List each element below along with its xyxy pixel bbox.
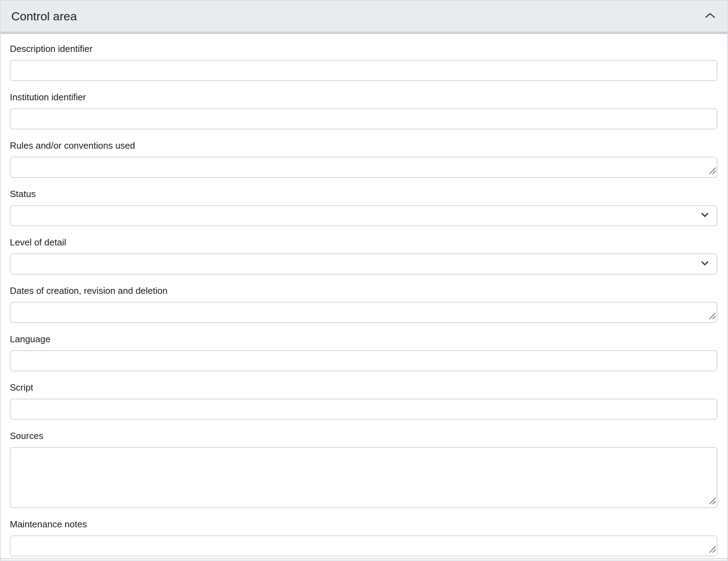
field-label-rules-conventions: Rules and/or conventions used — [10, 140, 717, 151]
script-input[interactable] — [10, 399, 717, 420]
status-select-wrap — [10, 205, 717, 226]
maintenance-notes-textarea[interactable] — [10, 535, 717, 556]
language-input[interactable] — [10, 350, 717, 371]
sources-textarea[interactable] — [10, 447, 717, 508]
field-script: Script — [10, 382, 717, 420]
field-label-status: Status — [10, 188, 717, 200]
sources-textarea-wrap — [10, 447, 717, 508]
field-institution-identifier: Institution identifier — [10, 92, 717, 129]
field-label-maintenance-notes: Maintenance notes — [10, 519, 717, 530]
control-area-form: Description identifier Institution ident… — [1, 34, 727, 556]
next-section-divider — [1, 558, 727, 559]
accordion-header-control-area[interactable]: Control area — [1, 1, 727, 34]
field-label-sources: Sources — [10, 430, 717, 441]
resize-handle-icon[interactable] — [709, 312, 716, 321]
rules-conventions-textarea-wrap — [10, 157, 717, 178]
field-label-script: Script — [10, 382, 717, 393]
section-title: Control area — [11, 9, 77, 23]
dates-textarea-wrap — [10, 302, 717, 323]
status-select[interactable] — [10, 205, 717, 226]
dates-creation-revision-deletion-textarea[interactable] — [10, 302, 717, 323]
field-label-institution-identifier: Institution identifier — [10, 92, 717, 103]
control-area-panel: Control area Description identifier Inst… — [0, 0, 728, 561]
field-sources: Sources — [10, 430, 717, 508]
field-status: Status — [10, 188, 717, 226]
level-of-detail-select-wrap — [10, 254, 717, 275]
field-maintenance-notes: Maintenance notes — [10, 519, 717, 556]
field-dates-creation-revision-deletion: Dates of creation, revision and deletion — [10, 285, 717, 323]
field-label-description-identifier: Description identifier — [10, 43, 717, 54]
resize-handle-icon[interactable] — [709, 167, 716, 176]
resize-handle-icon[interactable] — [709, 497, 716, 506]
level-of-detail-select[interactable] — [10, 254, 717, 275]
chevron-up-icon — [705, 12, 715, 20]
field-label-language: Language — [10, 333, 717, 345]
description-identifier-input[interactable] — [10, 60, 717, 81]
resize-handle-icon[interactable] — [709, 546, 716, 555]
field-rules-conventions: Rules and/or conventions used — [10, 140, 717, 178]
field-label-dates-creation-revision-deletion: Dates of creation, revision and deletion — [10, 285, 717, 296]
field-description-identifier: Description identifier — [10, 43, 717, 81]
rules-conventions-textarea[interactable] — [10, 157, 717, 178]
institution-identifier-input[interactable] — [10, 108, 717, 129]
field-level-of-detail: Level of detail — [10, 237, 717, 275]
maintenance-notes-textarea-wrap — [10, 535, 717, 556]
field-language: Language — [10, 333, 717, 371]
field-label-level-of-detail: Level of detail — [10, 237, 717, 248]
